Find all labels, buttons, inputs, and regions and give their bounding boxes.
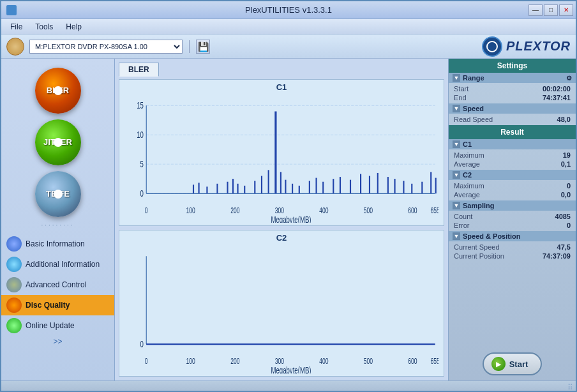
sampling-content: Count 4085 Error 0 <box>449 211 576 231</box>
speed-collapse-btn[interactable]: ▼ <box>453 105 460 112</box>
current-speed-label: Current Speed <box>454 243 500 251</box>
range-label: Range <box>463 74 484 82</box>
sidebar-item-disc[interactable]: Disc Quality <box>1 295 114 315</box>
svg-rect-38 <box>369 176 370 194</box>
menu-help[interactable]: Help <box>59 21 88 33</box>
save-button[interactable]: 💾 <box>196 40 210 54</box>
menu-file[interactable]: File <box>4 21 29 33</box>
svg-text:Megabyte(MB): Megabyte(MB) <box>271 215 311 223</box>
svg-rect-46 <box>435 178 437 193</box>
menu-tools[interactable]: Tools <box>29 21 59 33</box>
sidebar-item-additional[interactable]: Additional Information <box>1 254 114 275</box>
svg-rect-50 <box>216 184 218 193</box>
range-end-row: End 74:37:41 <box>454 93 571 102</box>
svg-rect-30 <box>299 186 300 193</box>
tefe-button[interactable]: TE/FE <box>33 170 84 218</box>
start-label: Start <box>509 359 528 369</box>
additional-info-icon <box>6 257 22 272</box>
svg-rect-21 <box>232 179 234 193</box>
disc-buttons-area: BLER JITTER TE/FE ········· <box>1 61 114 234</box>
result-header: Result <box>449 125 576 139</box>
c2-max-value: 0 <box>567 182 571 190</box>
c1-avg-row: Average 0,1 <box>454 160 571 169</box>
svg-rect-43 <box>411 184 412 193</box>
speed-section-header: ▼ Speed <box>449 103 576 114</box>
c2-max-row: Maximum 0 <box>454 181 571 190</box>
close-button[interactable]: ✕ <box>559 4 573 16</box>
tefe-disc[interactable]: TE/FE <box>35 171 81 217</box>
sidebar-item-online[interactable]: Online Update <box>1 315 114 336</box>
c1-max-label: Maximum <box>454 151 484 159</box>
svg-rect-35 <box>340 177 341 193</box>
range-collapse-btn[interactable]: ▼ <box>453 74 460 82</box>
toolbar: M:PLEXTOR DVDR PX-890SA 1.00 💾 PLEXTOR <box>1 34 576 59</box>
sidebar-item-advanced[interactable]: Advanced Control <box>1 275 114 295</box>
current-pos-label: Current Position <box>454 252 504 260</box>
range-section-header: ▼ Range ⚙ <box>449 73 576 83</box>
range-settings-icon[interactable]: ⚙ <box>566 75 572 82</box>
bler-button[interactable]: BLER <box>33 66 84 114</box>
menu-bar: File Tools Help <box>1 19 576 34</box>
right-panel: Settings ▼ Range ⚙ Start 00:02:00 End 74… <box>448 59 576 381</box>
sampling-label: Sampling <box>463 202 495 209</box>
speed-pos-label: Speed & Position <box>463 232 520 240</box>
plextor-logo: PLEXTOR <box>482 36 571 57</box>
save-icon: 💾 <box>198 41 209 52</box>
c2-title: C2 <box>119 230 444 244</box>
svg-rect-24 <box>254 181 255 193</box>
svg-text:5: 5 <box>140 159 144 169</box>
additional-info-label: Additional Information <box>26 260 100 269</box>
sampling-error-value: 0 <box>567 222 571 229</box>
minimize-button[interactable]: — <box>528 4 543 16</box>
drive-icon <box>6 38 24 56</box>
drive-select[interactable]: M:PLEXTOR DVDR PX-890SA 1.00 <box>29 40 183 54</box>
svg-text:100: 100 <box>186 356 195 365</box>
sampling-count-label: Count <box>454 213 472 220</box>
svg-rect-47 <box>193 185 194 193</box>
dots-separator: ········· <box>6 222 109 229</box>
c1-collapse-btn[interactable]: ▼ <box>453 140 460 148</box>
tab-bar: BLER <box>119 63 444 77</box>
start-play-icon: ▶ <box>491 357 506 371</box>
window-controls: — □ ✕ <box>528 4 573 16</box>
svg-rect-44 <box>421 182 423 193</box>
sidebar-item-basic[interactable]: Basic Information <box>1 234 114 254</box>
start-button[interactable]: ▶ Start <box>483 352 543 375</box>
speed-pos-collapse-btn[interactable]: ▼ <box>453 232 460 240</box>
content-area: BLER C1 15 10 5 0 0 100 <box>115 59 448 381</box>
c1-title: C1 <box>119 80 444 93</box>
jitter-button[interactable]: JITTER <box>33 118 84 166</box>
maximize-button[interactable]: □ <box>544 4 558 16</box>
c1-max-row: Maximum 19 <box>454 151 571 160</box>
svg-rect-23 <box>244 186 245 193</box>
scroll-area: >> <box>1 336 114 347</box>
c2-result-header: ▼ C2 <box>449 170 576 180</box>
sidebar: BLER JITTER TE/FE ········· <box>1 59 115 381</box>
svg-rect-25 <box>261 176 262 194</box>
disc-center-hole3 <box>54 190 63 199</box>
svg-rect-49 <box>206 186 207 193</box>
bler-disc[interactable]: BLER <box>35 68 81 114</box>
start-button-area: ▶ Start <box>449 347 576 381</box>
read-speed-value: 48,0 <box>557 116 571 123</box>
sampling-collapse-btn[interactable]: ▼ <box>453 202 460 209</box>
svg-rect-37 <box>360 174 361 193</box>
svg-text:0: 0 <box>140 188 144 199</box>
c2-collapse-btn[interactable]: ▼ <box>453 171 460 179</box>
svg-text:400: 400 <box>319 356 328 365</box>
tab-bler[interactable]: BLER <box>119 63 159 77</box>
jitter-disc[interactable]: JITTER <box>35 119 81 165</box>
svg-rect-29 <box>292 184 293 193</box>
read-speed-label: Read Speed <box>454 116 493 123</box>
svg-text:600: 600 <box>408 206 417 215</box>
range-end-value: 74:37:41 <box>543 94 571 102</box>
speed-pos-content: Current Speed 47,5 Current Position 74:3… <box>449 241 576 262</box>
current-pos-row: Current Position 74:37:09 <box>454 252 571 260</box>
svg-text:15: 15 <box>137 100 144 110</box>
range-start-row: Start 00:02:00 <box>454 84 571 93</box>
svg-rect-31 <box>309 181 310 193</box>
scroll-down-arrow[interactable]: >> <box>53 337 62 346</box>
svg-text:500: 500 <box>364 206 373 215</box>
c1-avg-label: Average <box>454 160 480 168</box>
current-pos-value: 74:37:09 <box>543 252 571 260</box>
